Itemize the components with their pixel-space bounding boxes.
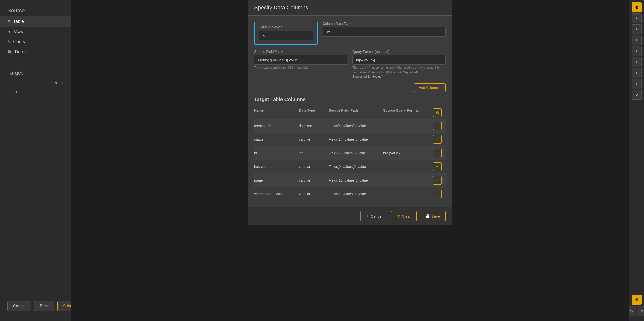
right-btn-plus-6[interactable]: + [632,68,642,78]
sidebar-item-view-label: View [14,29,24,34]
col-header-name: Name [254,108,299,117]
cell-data-type: varchar [299,138,328,142]
sidebar-item-query[interactable]: ✎ Query [0,37,71,47]
cell-name: vc-end-audit-action-id [254,192,299,196]
right-btn-gear[interactable]: ⚙ [632,2,642,12]
cell-action: − [433,135,446,144]
specify-data-columns-modal: Specify Data Columns × Column Name* Colu… [248,0,452,225]
cell-name: has-criteria [254,165,299,169]
column-data-type-label: Column Data Type* [322,22,446,26]
row-remove-btn[interactable]: − [433,162,442,171]
table-top-action-btn[interactable]: ⊙ [433,108,442,117]
footer-save-button[interactable]: 💾 Save [420,211,446,221]
source-field-path-group: Source Field Path* This is case-sensitiv… [254,50,348,78]
cell-data-type: int [299,151,328,155]
row-remove-btn[interactable]: − [433,190,442,198]
modal-close-button[interactable]: × [442,4,446,11]
cancel-label: Cancel [371,214,382,218]
modal-footer: ✕ Cancel 🗑 Clear 💾 Save [248,207,452,225]
cell-data-type: datetime [299,124,328,128]
footer-clear-button[interactable]: 🗑 Clear [391,211,416,221]
cell-action: − [433,176,446,184]
table-row: creation-date datetime Fields[5].values[… [254,119,446,133]
col-header-source-field: Source Field Path [328,108,383,117]
order-row-value: 1 [15,90,17,94]
add-column-button[interactable]: Add Column + [414,83,446,92]
query-format-input[interactable] [352,55,446,65]
cell-source-field: Fields[1].values[0].value [328,192,383,196]
column-data-type-input[interactable] [322,27,446,37]
cell-source-field: Fields[7].values[0].value [328,151,383,155]
sidebar-item-view[interactable]: ▼ View [0,26,71,37]
cell-source-field: Fields[5].values[0].value [328,124,383,128]
row-remove-btn[interactable]: − [433,149,442,157]
back-button[interactable]: Back [34,301,54,311]
right-btn-pencil[interactable]: ✎ [637,306,644,316]
col-header-action: ⊙ [433,108,446,117]
source-field-hint: This is case-sensitive for JSON and XML [254,66,348,70]
cell-action: − [433,162,446,171]
row-remove-btn[interactable]: − [433,122,442,130]
row-remove-btn[interactable]: − [433,176,442,184]
cell-action: − [433,190,446,198]
table-row: status varchar Fields[14].values[0].valu… [254,133,446,146]
cell-name: id [254,151,299,155]
col-header-data-type: Data Type [299,108,328,117]
cancel-x-icon: ✕ [366,214,369,218]
column-name-group-wrapper: Column Name* [254,22,318,45]
sidebar-item-detect-label: Detect [15,49,28,54]
right-btn-gear-bottom[interactable]: ⚙ [632,295,642,305]
query-icon: ✎ [8,40,11,44]
right-btn-plus-7[interactable]: + [632,79,642,89]
drag-handle-icon: ⋮ [8,89,12,95]
modal-overlay: Specify Data Columns × Column Name* Colu… [71,0,629,321]
footer-cancel-button[interactable]: ✕ Cancel [360,211,388,221]
add-column-row: Add Column + [254,83,446,92]
table-header: Name Data Type Source Field Path Source … [254,106,446,119]
sidebar: Source ⊞ Table ▼ View ✎ Query 🔍 Detect T… [0,0,71,321]
cell-name: status [254,138,299,142]
source-title: Source [0,5,71,16]
table-icon: ⊞ [8,19,11,24]
modal-header: Specify Data Columns × [248,0,452,16]
cell-data-type: varchar [299,192,328,196]
query-format-group: Query Format (optional) This is the API … [352,50,446,78]
right-btn-arrow[interactable]: ↙ [632,90,642,100]
cell-source-field: Fields[14].values[0].value [328,138,383,142]
clear-label: Clear [402,214,411,218]
column-name-input[interactable] [259,30,313,40]
target-table-title: Target Table Columns [254,97,446,102]
right-btn-plus-5[interactable]: + [632,57,642,67]
save-icon: 💾 [425,214,430,218]
row-remove-btn[interactable]: − [433,135,442,144]
table-row: vc-end-audit-action-id varchar Fields[1]… [254,187,446,201]
cell-query-format: id[>{Value}] [383,151,433,155]
sidebar-item-table-label: Table [13,19,24,24]
right-btn-plus-4[interactable]: + [632,46,642,56]
cell-source-field: Fields[12].values[0].value [328,178,383,182]
cell-name: name [254,178,299,182]
modal-title: Specify Data Columns [254,4,308,11]
right-btn-plus-1[interactable]: + [632,14,642,23]
query-format-hint: This is the API query string and will be… [352,66,446,70]
order-header: ORDER [50,81,63,85]
detect-icon: 🔍 [8,50,12,54]
target-title: Target [0,67,71,79]
sidebar-item-table[interactable]: ⊞ Table [0,16,71,26]
right-panel: ⚙ + + + + + + + ↙ ⚙ ⊞ ⚙ ✎ − [629,0,644,321]
query-format-label: Query Format (optional) [352,50,446,54]
source-field-path-label: Source Field Path* [254,50,348,54]
right-btn-plus-2[interactable]: + [632,24,642,34]
cell-data-type: varchar [299,178,328,182]
query-format-format: Format should be: COLUMN[OPERATOR{Value}… [352,71,446,74]
right-btn-plus-3[interactable]: + [632,35,642,45]
column-name-label: Column Name* [259,25,313,29]
form-row-1: Column Name* Column Data Type* [254,22,446,45]
cell-data-type: varchar [299,165,328,169]
sidebar-divider [0,62,71,62]
sidebar-item-detect[interactable]: 🔍 Detect [0,47,71,57]
view-icon: ▼ [8,30,12,34]
source-field-path-input[interactable] [254,55,348,65]
cancel-button[interactable]: Cancel [8,301,31,311]
save-label: Save [432,214,440,218]
